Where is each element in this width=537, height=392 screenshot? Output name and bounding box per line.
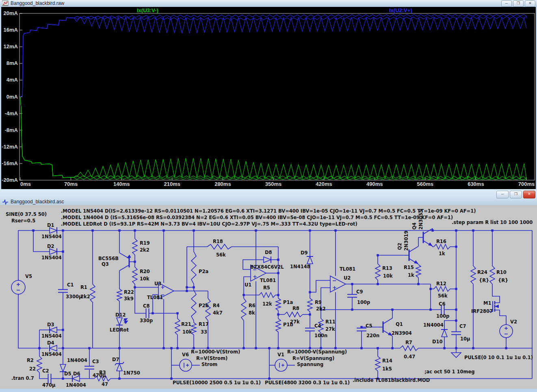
schematic-text: PULSE(10000 2500 0.5 1u 1u 0.1): [173, 380, 261, 386]
schematic-text: C1: [67, 282, 74, 288]
schematic-text: R12: [436, 281, 446, 286]
schematic-text: C2: [42, 368, 49, 374]
schematic-text: 470µ: [93, 373, 106, 378]
schematic-text: C9: [356, 289, 363, 295]
schematic-text: 1k5: [382, 366, 392, 372]
schematic-text: 2N3019: [403, 230, 409, 251]
schematic-text: 56k: [216, 252, 226, 258]
schematic-window-titlebar[interactable]: Banggood_blackbird.asc ─ ❐ ✕: [0, 189, 537, 205]
schematic-text: 1N4148: [290, 264, 310, 269]
waveform-plot-area[interactable]: 20mA16mA12mA8mA4mA0mA-4mA-8mA-12mA-16mA-…: [0, 7, 537, 189]
schematic-text: 10k: [383, 273, 393, 279]
restore-button[interactable]: ❐: [513, 0, 524, 7]
y-tick-label: -20mA: [2, 177, 18, 183]
schematic-text: V6: [182, 352, 189, 358]
schematic-text: 33: [201, 329, 207, 335]
schematic-text: D12: [115, 312, 126, 318]
schematic-text: Q4: [411, 222, 417, 230]
schematic-text: M1: [483, 300, 491, 306]
schematic-text: R4: [213, 303, 220, 308]
schematic-text: R17: [199, 321, 209, 327]
schematic-text: 330p: [140, 318, 153, 323]
schematic-text: PULSE(0 10 0.1 1u 1u 0.1): [464, 355, 533, 360]
schematic-text: C5: [366, 323, 372, 329]
schematic-text: R20: [140, 269, 150, 274]
waveform-window-titlebar[interactable]: Banggood_blackbird.raw ─ ❐ ✕: [0, 0, 537, 7]
schematic-text: D10: [432, 339, 443, 345]
schematic-text: R10: [496, 269, 507, 275]
schematic-text: IRF2807: [471, 308, 493, 314]
waveform-plot-canvas[interactable]: 20mA16mA12mA8mA4mA0mA-4mA-8mA-12mA-16mA-…: [0, 7, 537, 189]
schematic-text: 1k: [408, 272, 414, 278]
schematic-canvas[interactable]: +−+−+−SINE(0 37.5 50)Rser=0.5.MODEL 1N54…: [0, 205, 537, 389]
schematic-text: 0.47: [404, 354, 415, 360]
minimize-button[interactable]: ─: [501, 0, 512, 7]
y-tick-label: 4mA: [6, 77, 18, 83]
schematic-text: .include TL081blackbird.MOD: [353, 377, 430, 383]
close-button[interactable]: ✕: [523, 191, 535, 198]
schematic-text: R9: [315, 299, 322, 305]
schematic-text: LEDRot: [110, 327, 129, 333]
schematic-text: D9: [301, 250, 308, 256]
schematic-text: .MODEL LEDRot D (IS=93.1P RS=42M N=3.73 …: [61, 221, 357, 227]
minimize-button[interactable]: ─: [496, 191, 509, 198]
schematic-text: {R}: [479, 278, 489, 283]
restore-button[interactable]: ❐: [510, 191, 522, 198]
x-tick-label: 560ms: [417, 181, 433, 187]
schematic-text: R11: [325, 319, 336, 325]
schematic-text: R14: [382, 358, 392, 364]
schematic-text: TL081: [147, 295, 163, 300]
schematic-text: D3: [47, 322, 54, 327]
x-tick-label: 140ms: [113, 181, 130, 187]
schematic-text: R6: [249, 303, 256, 308]
schematic-text: 100p: [436, 313, 449, 319]
y-tick-label: 16mA: [4, 27, 18, 33]
schematic-text: 3k9: [124, 296, 134, 302]
x-tick-label: 350ms: [265, 181, 281, 187]
waveform-file-icon: [2, 0, 9, 6]
schematic-canvas-area[interactable]: +−+−+−SINE(0 37.5 50)Rser=0.5.MODEL 1N54…: [0, 205, 537, 392]
schematic-text: R1: [80, 284, 87, 290]
schematic-text: 1N4004: [423, 322, 444, 328]
y-tick-label: -12mA: [2, 144, 18, 150]
schematic-text: D5: [64, 371, 71, 377]
y-tick-label: -8mA: [4, 127, 18, 133]
schematic-text: R15: [404, 265, 414, 270]
svg-text:+: +: [332, 284, 337, 291]
close-button[interactable]: ✕: [525, 0, 535, 7]
schematic-text: R18: [213, 239, 223, 244]
schematic-text: 56k: [438, 293, 448, 299]
schematic-text: C4: [314, 323, 321, 329]
schematic-text: 22: [29, 366, 36, 372]
schematic-text: V2: [510, 319, 517, 325]
schematic-text: P1b: [283, 322, 293, 327]
schematic-text: PULSE(4800 3200 0.3 1u 1u 0.1): [265, 380, 350, 386]
schematic-text: V5: [25, 274, 32, 279]
schematic-text: R=10000-V(Strom): [191, 349, 240, 355]
schematic-text: 1N4004: [66, 382, 86, 388]
y-tick-label: 12mA: [4, 43, 18, 50]
schematic-text: R8: [292, 306, 299, 311]
schematic-text: 1N750: [123, 370, 140, 376]
schematic-text: 2N3055: [418, 209, 424, 230]
schematic-text: D6: [73, 371, 80, 377]
x-tick-label: 70ms: [64, 181, 78, 187]
schematic-text: R=V(Strom): [196, 355, 227, 361]
schematic-text: U3: [154, 281, 161, 286]
x-tick-label: 280ms: [214, 181, 231, 187]
schematic-text: 2k2: [316, 306, 326, 312]
schematic-text: TL081: [340, 266, 355, 272]
schematic-text: 12k: [262, 301, 272, 307]
schematic-text: 1k: [439, 251, 445, 256]
schematic-text: SINE(0 37.5 50): [6, 211, 47, 217]
schematic-text: R24: [477, 269, 487, 275]
schematic-text: U1: [245, 282, 251, 288]
schematic-text: .tran 0.7: [11, 375, 34, 381]
schematic-text: 3300µ: [66, 294, 82, 299]
schematic-text: P1a: [283, 299, 293, 305]
schematic-text: 220n: [366, 333, 379, 338]
schematic-text: R2: [27, 358, 34, 363]
svg-text:−: −: [332, 278, 337, 284]
x-tick-label: 490ms: [366, 181, 383, 187]
schematic-window-title: Banggood_blackbird.asc: [11, 199, 64, 205]
